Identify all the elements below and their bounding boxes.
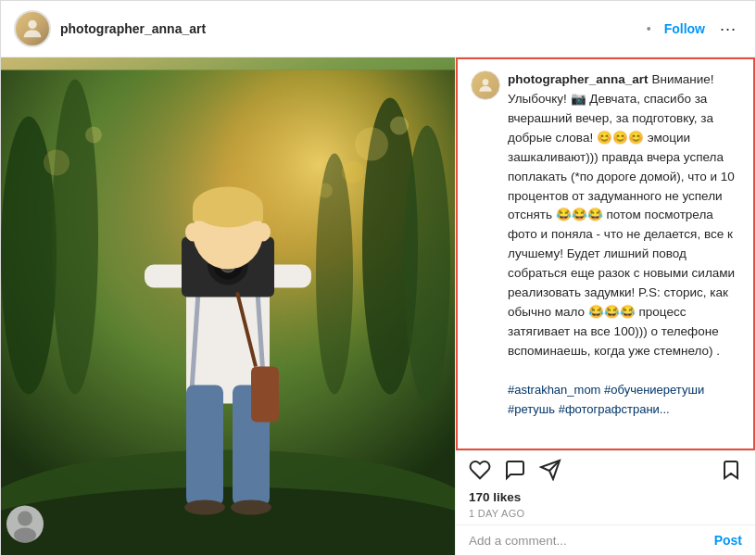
timestamp: 1 DAY AGO	[456, 506, 755, 524]
svg-point-38	[18, 512, 32, 526]
caption-body: photographer_anna_artВнимание! Улыбочку!…	[508, 70, 740, 420]
svg-point-40	[483, 79, 489, 85]
svg-rect-28	[193, 208, 263, 221]
caption-avatar	[471, 70, 500, 100]
svg-point-11	[342, 161, 364, 183]
svg-point-39	[14, 528, 36, 543]
svg-point-12	[390, 117, 409, 135]
comment-box: Post	[456, 524, 755, 555]
header-dot: •	[647, 21, 651, 36]
caption-text: Внимание! Улыбочку! 📷 Девчата, спасибо з…	[508, 72, 735, 358]
header-username[interactable]: photographer_anna_art	[60, 21, 634, 36]
caption-hashtags[interactable]: #astrakhan_mom #обучениеретуши #ретушь #…	[508, 383, 704, 416]
post-caption: photographer_anna_artВнимание! Улыбочку!…	[456, 57, 755, 450]
svg-point-0	[28, 20, 36, 29]
post-body: photographer_anna_artВнимание! Улыбочку!…	[1, 57, 755, 555]
svg-point-6	[404, 126, 450, 404]
avatar	[14, 10, 51, 47]
post-image	[1, 57, 455, 555]
svg-rect-31	[186, 385, 223, 506]
svg-point-15	[85, 127, 102, 144]
more-options-button[interactable]: ···	[714, 19, 742, 39]
svg-point-30	[256, 223, 271, 242]
post-container: photographer_anna_art • Follow ···	[0, 0, 756, 556]
post-comment-button[interactable]: Post	[714, 533, 742, 548]
svg-point-9	[1, 487, 455, 556]
svg-point-14	[44, 150, 69, 176]
like-button[interactable]	[469, 459, 491, 485]
follow-button[interactable]: Follow	[664, 21, 705, 36]
likes-count: 170 likes	[456, 488, 755, 506]
svg-point-29	[185, 223, 200, 242]
bookmark-button[interactable]	[720, 459, 742, 485]
comment-input[interactable]	[469, 534, 707, 548]
svg-point-10	[355, 128, 388, 161]
svg-point-33	[184, 500, 225, 515]
svg-rect-35	[251, 367, 279, 423]
svg-point-34	[231, 500, 271, 515]
caption-username[interactable]: photographer_anna_art	[508, 72, 649, 86]
post-header: photographer_anna_art • Follow ···	[1, 1, 755, 57]
share-button[interactable]	[539, 459, 561, 485]
comment-button[interactable]	[504, 459, 526, 485]
post-right: photographer_anna_artВнимание! Улыбочку!…	[455, 57, 755, 555]
svg-point-4	[52, 80, 98, 395]
post-actions	[456, 450, 755, 488]
caption-header: photographer_anna_artВнимание! Улыбочку!…	[471, 70, 740, 420]
svg-point-13	[318, 183, 333, 198]
